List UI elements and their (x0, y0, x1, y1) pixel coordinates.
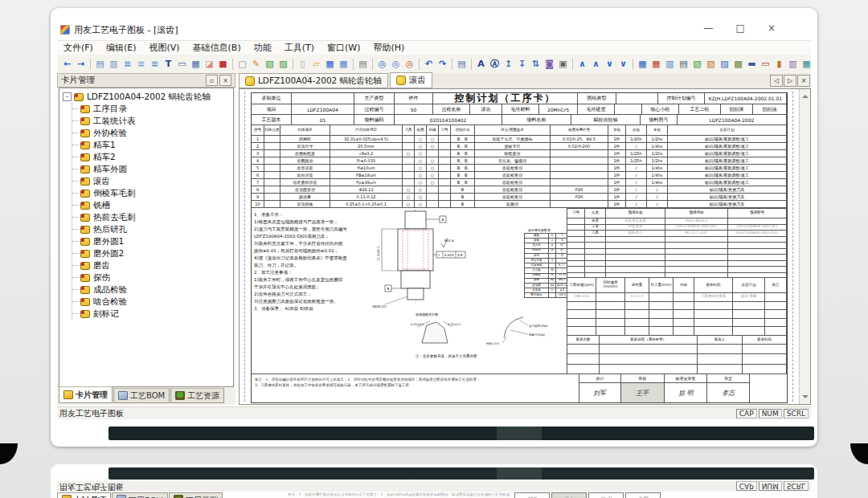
document-tab-滚齿[interactable]: 滚齿 (390, 72, 432, 88)
edit-pencil-icon[interactable]: ✎ (249, 58, 263, 71)
region-select-icon[interactable]: ▢ (235, 58, 249, 71)
undo-icon[interactable]: ↶ (422, 58, 436, 71)
tab-scroll-left-button[interactable]: ◁ (770, 75, 783, 87)
back-arrow-icon[interactable]: ← (60, 58, 74, 71)
split-cells-icon[interactable]: ▩ (731, 58, 745, 71)
tree-item-热前去毛刺[interactable]: 热前去毛刺 (72, 211, 233, 223)
tree-item-精车2[interactable]: 精车2 (72, 151, 233, 163)
paste-card-icon[interactable]: ▮ (772, 58, 786, 71)
card-properties-icon[interactable]: ▤ (455, 58, 469, 71)
save-all-icon[interactable]: ▦ (337, 58, 350, 71)
tree-item-磨齿[interactable]: 磨齿 (72, 259, 233, 271)
cell-select-icon[interactable]: ▤ (93, 58, 107, 71)
symbol-down-icon[interactable]: ↧ (515, 58, 529, 71)
tree-item-刻标记[interactable]: 刻标记 (72, 308, 233, 320)
align-bottom-icon[interactable]: ≡ (148, 58, 162, 71)
tree-item-倒棱车毛刺[interactable]: 倒棱车毛刺 (72, 187, 233, 199)
cut-card-icon[interactable]: ▭ (759, 58, 772, 71)
tree-item-精车1[interactable]: 精车1 (72, 139, 233, 151)
merge-cells-icon[interactable]: ▨ (718, 58, 731, 71)
tree-expander[interactable]: - (63, 92, 72, 101)
char-a-icon[interactable]: A (474, 58, 488, 71)
tree-item-热后研孔[interactable]: 热后研孔 (72, 223, 233, 235)
delete-row-icon[interactable]: ▦ (649, 58, 663, 71)
panel-tab-工艺BOM[interactable]: 工艺BOM (112, 492, 168, 498)
tree-item-精车外圆[interactable]: 精车外圆 (72, 163, 233, 175)
grid-cell (674, 302, 694, 311)
grid-col-header: 预调图号 (728, 209, 787, 218)
align-middle-icon[interactable]: ≡ (134, 58, 148, 71)
char-a-circle-icon[interactable]: Ⓐ (488, 58, 502, 71)
tree-item-外协检验[interactable]: 外协检验 (72, 127, 233, 139)
menu-item-视图(V)[interactable]: 视图(V) (142, 42, 186, 54)
copy-card-icon[interactable]: ▬ (745, 58, 759, 71)
panel-tab-工艺资源[interactable]: 工艺资源 (170, 388, 224, 403)
text-tool-icon[interactable]: T (162, 58, 175, 71)
panel-tab-工艺BOM[interactable]: 工艺BOM (113, 388, 170, 403)
tree-item-探伤[interactable]: 探伤 (72, 271, 233, 284)
process-cell: 4 (252, 157, 264, 165)
comment-icon[interactable]: ▣ (556, 58, 570, 71)
panel-tab-工艺资源[interactable]: 工艺资源 (169, 492, 223, 498)
open-file-icon[interactable]: ▱ (309, 58, 323, 71)
forward-arrow-icon[interactable]: → (74, 58, 88, 71)
zoom-in-icon[interactable]: ◎ (375, 58, 389, 71)
table-tool-icon[interactable]: ▦ (189, 58, 203, 71)
move-first-icon[interactable]: ∧ (575, 58, 589, 71)
menu-item-功能[interactable]: 功能 (248, 42, 278, 54)
menu-item-工具(T)[interactable]: 工具(T) (278, 42, 321, 54)
menu-item-窗口(W)[interactable]: 窗口(W) (321, 42, 366, 54)
copy-row-icon[interactable]: ▥ (663, 58, 677, 71)
panel-close-button[interactable]: × (219, 75, 231, 86)
zoom-out-icon[interactable]: ◎ (389, 58, 403, 71)
menu-item-帮助(H)[interactable]: 帮助(H) (367, 42, 411, 54)
align-top-icon[interactable]: ≡ (121, 58, 134, 71)
print-icon[interactable]: ▤ (356, 58, 370, 71)
move-up-icon[interactable]: ∧ (589, 58, 603, 71)
insert-image-icon[interactable]: ▧ (263, 58, 276, 71)
tree-item-磨外圆2[interactable]: 磨外圆2 (72, 247, 233, 259)
tree-item-成品检验[interactable]: 成品检验 (72, 284, 233, 296)
tab-close-button[interactable]: × (797, 75, 810, 87)
tree-item-滚齿[interactable]: 滚齿 (72, 175, 233, 187)
export-card-icon[interactable]: ▦ (800, 58, 813, 71)
replace-image-icon[interactable]: ▨ (276, 58, 290, 71)
menu-item-文件(F)[interactable]: 文件(F) (57, 42, 100, 54)
panel-pin-button[interactable]: ▫ (206, 75, 218, 86)
new-file-icon[interactable]: ▯ (296, 58, 309, 71)
tree-item-铣槽[interactable]: 铣槽 (72, 199, 233, 211)
menu-item-编辑(E)[interactable]: 编辑(E) (100, 42, 143, 54)
panel-tab-卡片管理[interactable]: 卡片管理 (57, 492, 111, 498)
import-card-icon[interactable]: ▥ (786, 58, 800, 71)
insert-col-icon[interactable]: ▧ (690, 58, 704, 71)
close-button[interactable]: × (768, 22, 776, 34)
save-icon[interactable]: ▦ (323, 58, 337, 71)
vertical-scrollbar[interactable] (799, 89, 810, 404)
tree-item-磨外圆1[interactable]: 磨外圆1 (72, 235, 233, 247)
cell-format-icon[interactable]: ▥ (107, 58, 121, 71)
tree-item-工装统计表[interactable]: 工装统计表 (72, 115, 233, 127)
tree-root[interactable]: -LDFZ100A04-2002 蜗轮齿轮轴 (63, 91, 233, 103)
menu-item-基础信息(B)[interactable]: 基础信息(B) (186, 42, 248, 54)
fill-color-icon[interactable]: ■ (216, 58, 230, 71)
move-last-icon[interactable]: ∨ (616, 58, 630, 71)
tree-item-啮合检验[interactable]: 啮合检验 (72, 296, 233, 308)
redo-icon[interactable]: ↷ (436, 58, 449, 71)
row-props-icon[interactable]: ▤ (677, 58, 690, 71)
delete-col-icon[interactable]: ▧ (704, 58, 718, 71)
tab-scroll-right-button[interactable]: ▷ (784, 75, 796, 87)
symbol-swap-icon[interactable]: ⇅ (529, 58, 542, 71)
drawing-canvas[interactable]: 承制单位生产类型样件控制计划（工序卡）图纸类型控制计划编号KZJH.LDFZ10… (239, 88, 811, 405)
frame-tool-icon[interactable]: ▭ (175, 58, 189, 71)
eraser-icon[interactable]: ◪ (203, 58, 216, 71)
zoom-fit-icon[interactable]: ◎ (403, 58, 416, 71)
minimize-button[interactable]: — (704, 22, 714, 34)
insert-row-icon[interactable]: ▦ (636, 58, 649, 71)
panel-tab-卡片管理[interactable]: 卡片管理 (59, 386, 113, 403)
restore-button[interactable]: □ (736, 22, 745, 34)
symbol-mark-icon[interactable]: ◙ (542, 58, 556, 71)
symbol-up-icon[interactable]: ↥ (502, 58, 515, 71)
document-tab-LDFZ100A04-2002 蜗轮齿轮轴[interactable]: LDFZ100A04-2002 蜗轮齿轮轴 (239, 73, 388, 88)
move-down-icon[interactable]: ∨ (603, 58, 616, 71)
tree-item-工序目录[interactable]: 工序目录 (72, 103, 233, 115)
